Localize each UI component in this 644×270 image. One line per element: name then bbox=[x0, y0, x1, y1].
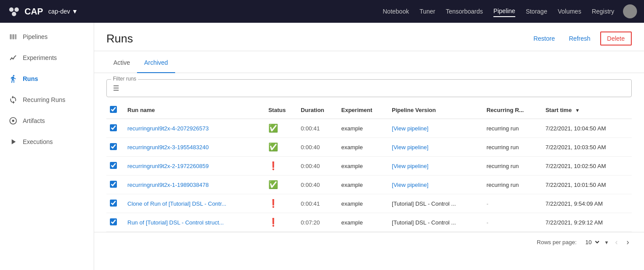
chevron-down-icon-pagination: ▼ bbox=[604, 240, 609, 245]
row-recurring: - bbox=[483, 194, 542, 213]
table-row: recurringrunl9t2x-1-1989038478 ✅ 0:00:40… bbox=[106, 175, 632, 194]
sidebar-item-executions[interactable]: Executions bbox=[0, 131, 94, 152]
table-row: Clone of Run of [Tutorial] DSL - Contr..… bbox=[106, 194, 632, 213]
col-status[interactable]: Status bbox=[265, 102, 297, 119]
svg-rect-4 bbox=[12, 34, 14, 39]
col-recurring[interactable]: Recurring R... bbox=[483, 102, 542, 119]
refresh-button[interactable]: Refresh bbox=[565, 32, 595, 45]
row-pipeline[interactable]: [View pipeline] bbox=[388, 175, 483, 194]
row-recurring: recurring run bbox=[483, 119, 542, 138]
row-pipeline[interactable]: [Tutorial] DSL - Control ... bbox=[388, 213, 483, 232]
row-name[interactable]: recurringrunl9t2x-4-2072926573 bbox=[124, 119, 265, 138]
table-header-row: Run name Status Duration Experiment Pipe bbox=[106, 102, 632, 119]
view-pipeline-link[interactable]: [View pipeline] bbox=[392, 125, 429, 132]
avatar[interactable] bbox=[623, 4, 637, 18]
row-pipeline[interactable]: [View pipeline] bbox=[388, 138, 483, 157]
col-run-name[interactable]: Run name bbox=[124, 102, 265, 119]
filter-box: Filter runs ☰ bbox=[106, 79, 632, 97]
artifacts-icon bbox=[9, 116, 18, 125]
recurring-dash: - bbox=[486, 219, 488, 226]
row-checkbox[interactable] bbox=[110, 181, 117, 188]
row-duration: 0:00:40 bbox=[297, 175, 338, 194]
nav-registry[interactable]: Registry bbox=[592, 6, 614, 17]
tab-active[interactable]: Active bbox=[106, 53, 137, 73]
nav-volumes[interactable]: Volumes bbox=[558, 6, 581, 17]
row-pipeline[interactable]: [View pipeline] bbox=[388, 157, 483, 175]
view-pipeline-link[interactable]: [View pipeline] bbox=[392, 163, 429, 169]
status-success-icon: ✅ bbox=[268, 124, 278, 133]
row-name[interactable]: Clone of Run of [Tutorial] DSL - Contr..… bbox=[124, 194, 265, 213]
recurring-value: recurring run bbox=[486, 182, 519, 188]
col-start-time[interactable]: Start time ▼ bbox=[542, 102, 632, 119]
project-selector[interactable]: cap-dev ▼ bbox=[48, 8, 78, 15]
sidebar-item-experiments[interactable]: Experiments bbox=[0, 47, 94, 68]
header-checkbox-col bbox=[106, 102, 124, 119]
runs-table: Run name Status Duration Experiment Pipe bbox=[106, 102, 632, 232]
page-title: Runs bbox=[106, 32, 529, 46]
row-checkbox-cell bbox=[106, 175, 124, 194]
svg-point-6 bbox=[12, 120, 14, 122]
main-content: Runs Restore Refresh Delete Active Archi… bbox=[94, 23, 644, 270]
row-name[interactable]: recurringrunl9t2x-3-1955483240 bbox=[124, 138, 265, 157]
col-experiment-label: Experiment bbox=[341, 107, 373, 113]
row-recurring: recurring run bbox=[483, 175, 542, 194]
rows-per-page-select[interactable]: 10 25 50 bbox=[582, 238, 601, 247]
status-error-icon: ❗ bbox=[268, 199, 278, 208]
row-pipeline[interactable]: [Tutorial] DSL - Control ... bbox=[388, 194, 483, 213]
tabs: Active Archived bbox=[94, 53, 644, 73]
row-checkbox[interactable] bbox=[110, 200, 117, 207]
nav-tuner[interactable]: Tuner bbox=[419, 6, 435, 17]
svg-rect-5 bbox=[15, 34, 16, 39]
row-checkbox-cell bbox=[106, 213, 124, 232]
main-layout: Pipelines Experiments Runs Recurring Run… bbox=[0, 23, 644, 270]
row-name[interactable]: Run of [Tutorial] DSL - Control struct..… bbox=[124, 213, 265, 232]
restore-button[interactable]: Restore bbox=[529, 32, 559, 45]
view-pipeline-link[interactable]: [View pipeline] bbox=[392, 144, 429, 151]
nav-notebook[interactable]: Notebook bbox=[383, 6, 409, 17]
row-checkbox-cell bbox=[106, 194, 124, 213]
top-nav-links: Notebook Tuner Tensorboards Pipeline Sto… bbox=[383, 6, 614, 17]
delete-button[interactable]: Delete bbox=[600, 32, 632, 46]
col-pipeline-version[interactable]: Pipeline Version bbox=[388, 102, 483, 119]
project-name: cap-dev bbox=[48, 8, 70, 15]
select-all-checkbox[interactable] bbox=[110, 106, 117, 113]
app-logo: CAP bbox=[7, 4, 43, 18]
row-checkbox[interactable] bbox=[110, 162, 117, 169]
chevron-down-icon: ▼ bbox=[72, 8, 78, 15]
row-name[interactable]: recurringrunl9t2x-2-1972260859 bbox=[124, 157, 265, 175]
sidebar-item-artifacts[interactable]: Artifacts bbox=[0, 110, 94, 131]
svg-point-0 bbox=[9, 7, 14, 12]
app-logo-text: CAP bbox=[25, 7, 43, 17]
row-duration: 0:07:20 bbox=[297, 213, 338, 232]
row-status: ✅ bbox=[265, 119, 297, 138]
prev-page-button[interactable]: ‹ bbox=[612, 237, 620, 248]
row-pipeline[interactable]: [View pipeline] bbox=[388, 119, 483, 138]
status-success-icon: ✅ bbox=[268, 180, 278, 189]
sidebar-item-runs[interactable]: Runs bbox=[0, 68, 94, 89]
status-success-icon: ✅ bbox=[268, 143, 278, 151]
nav-pipeline[interactable]: Pipeline bbox=[493, 6, 515, 17]
tab-archived[interactable]: Archived bbox=[137, 53, 175, 73]
sidebar-item-pipelines[interactable]: Pipelines bbox=[0, 26, 94, 47]
header-actions: Restore Refresh Delete bbox=[529, 32, 632, 46]
filter-icon: ☰ bbox=[113, 84, 119, 92]
nav-storage[interactable]: Storage bbox=[526, 6, 547, 17]
col-experiment[interactable]: Experiment bbox=[338, 102, 389, 119]
row-duration: 0:00:40 bbox=[297, 138, 338, 157]
col-duration[interactable]: Duration bbox=[297, 102, 338, 119]
row-checkbox[interactable] bbox=[110, 218, 117, 225]
status-error-icon: ❗ bbox=[268, 218, 278, 227]
row-duration: 0:00:41 bbox=[297, 194, 338, 213]
sidebar-executions-label: Executions bbox=[23, 138, 53, 145]
row-name[interactable]: recurringrunl9t2x-1-1989038478 bbox=[124, 175, 265, 194]
row-checkbox[interactable] bbox=[110, 124, 117, 131]
runs-icon bbox=[9, 74, 18, 83]
nav-tensorboards[interactable]: Tensorboards bbox=[446, 6, 483, 17]
row-status: ❗ bbox=[265, 213, 297, 232]
view-pipeline-link[interactable]: [View pipeline] bbox=[392, 182, 429, 188]
sidebar-artifacts-label: Artifacts bbox=[23, 117, 45, 124]
next-page-button[interactable]: › bbox=[624, 237, 632, 248]
row-checkbox[interactable] bbox=[110, 143, 117, 150]
row-experiment: example bbox=[338, 157, 389, 175]
sidebar-item-recurring-runs[interactable]: Recurring Runs bbox=[0, 89, 94, 110]
